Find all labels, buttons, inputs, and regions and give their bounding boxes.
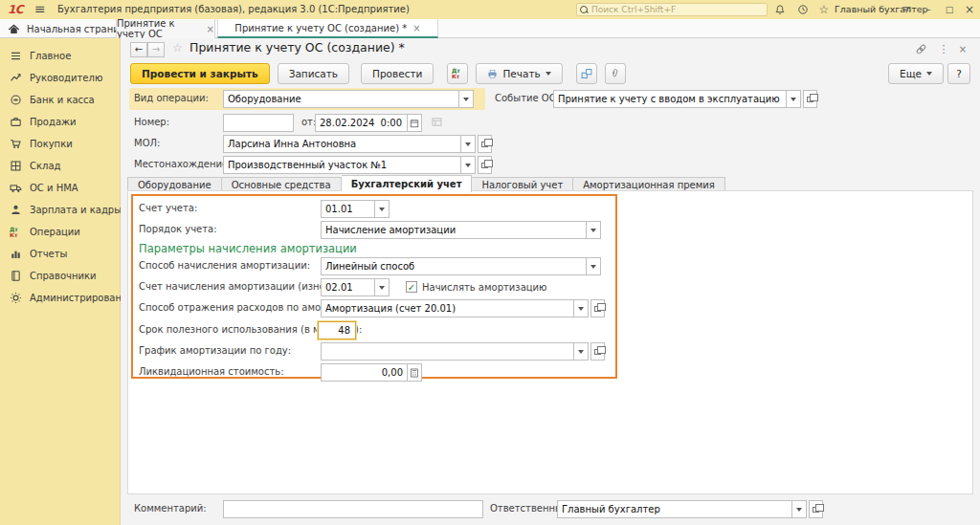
book-icon — [10, 270, 22, 282]
account-label: Счет учета: — [139, 203, 197, 213]
sidebar-item-label: Продажи — [30, 117, 77, 127]
tab-buhgalterskij-uchet[interactable]: Бухгалтерский учет — [342, 175, 473, 192]
open-icon[interactable] — [478, 135, 492, 153]
more-button[interactable]: Еще — [888, 63, 944, 84]
document-form: ← → ☆ Принятие к учету ОС (создание) * ⋮… — [121, 38, 980, 525]
favorites-star-icon[interactable]: ☆ — [817, 3, 831, 16]
open-icon[interactable] — [803, 90, 817, 108]
help-button[interactable]: ? — [947, 63, 970, 84]
os-event-input[interactable] — [553, 90, 787, 108]
dropdown-arrow-icon[interactable] — [587, 221, 601, 239]
dropdown-arrow-icon[interactable] — [792, 500, 807, 518]
open-icon[interactable] — [590, 342, 605, 361]
salvage-input[interactable] — [321, 363, 408, 382]
sidebar-item-bank-i-kassa[interactable]: Банк и касса — [0, 89, 120, 111]
number-input[interactable] — [223, 114, 294, 132]
accounting-tab-panel: Счет учета: Порядок учета: Параметры нач… — [127, 190, 973, 494]
minimize-button[interactable]: – — [921, 2, 936, 17]
method-row: Способ начисления амортизации: — [133, 257, 615, 275]
order-input[interactable] — [321, 221, 587, 239]
sidebar-item-administrirovanie[interactable]: Администрирование — [0, 287, 120, 309]
post-button[interactable]: Провести — [361, 63, 434, 84]
get-link-icon[interactable] — [913, 42, 928, 55]
history-icon[interactable] — [796, 3, 810, 16]
dropdown-arrow-icon[interactable] — [461, 156, 476, 174]
sidebar-item-zarplata-i-kadry[interactable]: Зарплата и кадры — [0, 199, 120, 221]
dropdown-arrow-icon[interactable] — [461, 135, 476, 153]
salvage-label: Ликвидационная стоимость: — [139, 366, 284, 377]
print-button[interactable]: Печать — [476, 63, 562, 84]
sidebar-item-sklad[interactable]: Склад — [0, 155, 120, 177]
date-input[interactable] — [315, 114, 408, 132]
schedule-row: График амортизации по году: — [133, 342, 615, 361]
main-menu-icon[interactable]: ≡ — [34, 1, 46, 16]
sidebar-item-rukovoditelyu[interactable]: Руководителю — [0, 67, 120, 89]
application-window: 1С ≡ Бухгалтерия предприятия (базовая), … — [0, 0, 980, 525]
related-documents-button[interactable] — [576, 63, 597, 84]
maximize-button[interactable]: □ — [942, 2, 957, 17]
close-tab-icon[interactable]: × — [412, 23, 420, 33]
sidebar: Главное Руководителю Банк и касса Продаж… — [0, 38, 121, 525]
dt-kt-button[interactable]: ДтКт — [447, 63, 468, 84]
mol-input[interactable] — [223, 135, 461, 153]
dropdown-arrow-icon[interactable] — [459, 90, 474, 108]
tab-acceptance-list[interactable]: Принятие к учету ОС × — [116, 19, 215, 38]
operation-type-label: Вид операции: — [134, 93, 209, 103]
close-tab-icon[interactable]: × — [207, 24, 214, 34]
method-input[interactable] — [321, 257, 587, 275]
calendar-icon[interactable] — [408, 114, 422, 132]
service-menu-icon[interactable] — [900, 3, 913, 16]
expense-method-input[interactable] — [321, 299, 574, 317]
forward-button[interactable]: → — [147, 42, 165, 57]
schedule-input[interactable] — [321, 342, 574, 361]
dropdown-arrow-icon[interactable] — [574, 342, 589, 361]
sidebar-item-operacii[interactable]: ДтКт Операции — [0, 221, 120, 243]
depr-account-input[interactable] — [321, 278, 375, 296]
os-event-field — [553, 90, 817, 108]
home-page-tab[interactable]: Начальная страница — [8, 21, 132, 36]
comment-input[interactable] — [223, 500, 483, 518]
post-and-close-button[interactable]: Провести и закрыть — [130, 63, 270, 84]
sidebar-item-label: Главное — [30, 51, 71, 61]
open-icon[interactable] — [478, 156, 492, 174]
sidebar-item-prodazhi[interactable]: Продажи — [0, 111, 120, 133]
close-form-icon[interactable]: × — [955, 42, 970, 55]
dropdown-arrow-icon[interactable] — [574, 299, 589, 317]
attachments-button[interactable] — [605, 63, 626, 84]
account-input[interactable] — [321, 200, 375, 218]
sidebar-item-spravochniki[interactable]: Справочники — [0, 265, 120, 287]
dropdown-arrow-icon[interactable] — [375, 200, 390, 218]
save-button[interactable]: Записать — [278, 63, 349, 84]
location-input[interactable] — [223, 156, 461, 174]
dropdown-arrow-icon[interactable] — [375, 278, 390, 296]
trend-chart-icon — [10, 72, 22, 84]
responsible-input[interactable] — [557, 500, 792, 518]
current-user[interactable]: Главный бухгалтер — [835, 4, 928, 14]
expense-method-row: Способ отражения расходов по амортизации… — [133, 299, 615, 317]
tab-acceptance-new[interactable]: Принятие к учету ОС (создание) * × — [217, 19, 438, 38]
tab-label: Принятие к учету ОС — [117, 18, 201, 39]
open-icon[interactable] — [809, 500, 823, 518]
sidebar-item-label: Администрирование — [30, 293, 134, 303]
sidebar-item-label: Покупки — [30, 139, 73, 149]
operation-type-input[interactable] — [223, 90, 459, 108]
sidebar-item-pokupki[interactable]: Покупки — [0, 133, 120, 155]
accrue-depreciation-checkbox[interactable]: ✓ — [406, 281, 417, 293]
close-window-button[interactable]: × — [962, 2, 977, 17]
dropdown-arrow-icon[interactable] — [787, 90, 801, 108]
sidebar-item-os-i-nma[interactable]: ОС и НМА — [0, 177, 120, 199]
sidebar-item-otchety[interactable]: Отчеты — [0, 243, 120, 265]
search-input[interactable] — [591, 5, 764, 14]
sidebar-item-glavnoe[interactable]: Главное — [0, 45, 120, 67]
printer-icon — [487, 69, 498, 79]
dt-kt-icon: ДтКт — [452, 68, 464, 79]
notifications-bell-icon[interactable] — [773, 3, 787, 16]
dropdown-arrow-icon[interactable] — [587, 257, 601, 275]
back-button[interactable]: ← — [130, 42, 147, 57]
more-menu-dots-icon[interactable]: ⋮ — [936, 42, 951, 55]
calculator-icon[interactable] — [408, 363, 422, 382]
open-icon[interactable] — [590, 299, 605, 317]
more-label: Еще — [900, 68, 922, 79]
favorite-star-icon[interactable]: ☆ — [172, 41, 183, 55]
useful-life-input[interactable] — [318, 321, 356, 339]
